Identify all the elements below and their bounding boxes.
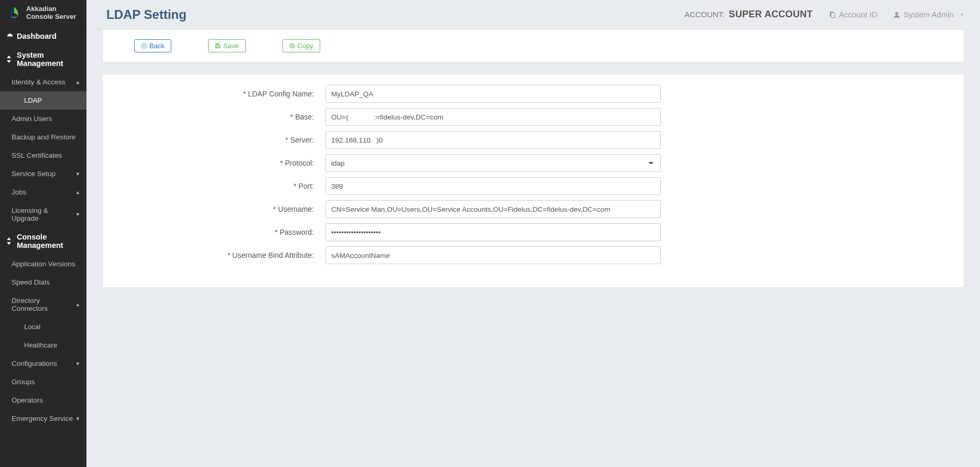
label-password: * Password: bbox=[134, 228, 325, 236]
nav-app-versions-label: Application Versions bbox=[12, 260, 75, 268]
input-password[interactable] bbox=[325, 223, 661, 241]
copy-button[interactable]: Copy bbox=[282, 39, 320, 52]
content: Back Save Copy * LDAP Conf bbox=[86, 29, 980, 309]
nav-ldap-label: LDAP bbox=[24, 96, 42, 104]
form-panel: * LDAP Config Name: * Base: * Server: * … bbox=[102, 74, 964, 288]
svg-rect-6 bbox=[290, 44, 293, 47]
nav-healthcare-label: Healthcare bbox=[24, 341, 57, 349]
caret-down-icon: ▼ bbox=[75, 416, 80, 421]
nav-groups-label: Groups bbox=[12, 378, 35, 386]
input-username[interactable] bbox=[325, 200, 661, 218]
user-icon bbox=[893, 11, 900, 18]
nav-local-label: Local bbox=[24, 323, 40, 331]
label-protocol: * Protocol: bbox=[134, 159, 325, 167]
brand-line2: Console Server bbox=[26, 13, 76, 21]
nav-configurations[interactable]: Configurations ▼ bbox=[0, 354, 86, 373]
back-button-label: Back bbox=[149, 42, 165, 50]
topbar: LDAP Setting ACCOUNT: SUPER ACCOUNT Acco… bbox=[86, 0, 980, 29]
caret-down-icon: ▼ bbox=[75, 212, 80, 217]
nav-operators[interactable]: Operators bbox=[0, 391, 86, 409]
svg-rect-7 bbox=[291, 45, 294, 48]
select-protocol[interactable]: ldap bbox=[325, 154, 661, 172]
nav-speed-dials[interactable]: Speed Dials bbox=[0, 273, 86, 291]
nav-ssl-certs[interactable]: SSL Certificates bbox=[0, 146, 86, 165]
row-config-name: * LDAP Config Name: bbox=[134, 85, 932, 103]
sidebar: Akkadian Console Server Dashboard System… bbox=[0, 0, 86, 467]
input-server[interactable] bbox=[325, 131, 661, 149]
nav-ldap[interactable]: LDAP bbox=[0, 91, 86, 110]
updown-icon bbox=[6, 56, 14, 63]
dashboard-icon bbox=[6, 32, 14, 40]
row-protocol: * Protocol: ldap bbox=[134, 154, 932, 172]
back-arrow-icon bbox=[141, 43, 147, 49]
input-port[interactable] bbox=[325, 177, 661, 195]
account-id-label: Account ID bbox=[839, 10, 877, 19]
svg-rect-1 bbox=[831, 13, 834, 17]
row-port: * Port: bbox=[134, 177, 932, 195]
nav-jobs[interactable]: Jobs ▲ bbox=[0, 183, 86, 201]
nav-admin-users[interactable]: Admin Users bbox=[0, 110, 86, 128]
nav-identity-access[interactable]: Identity & Access ▲ bbox=[0, 73, 86, 91]
account-name: SUPER ACCOUNT bbox=[729, 9, 813, 20]
row-password: * Password: bbox=[134, 223, 932, 241]
save-icon bbox=[215, 43, 221, 49]
caret-up-icon: ▲ bbox=[75, 190, 80, 195]
nav-licensing[interactable]: Licensing & Upgrade ▼ bbox=[0, 201, 86, 227]
input-config-name[interactable] bbox=[325, 85, 661, 103]
toolbar-panel: Back Save Copy bbox=[102, 29, 964, 62]
save-button-label: Save bbox=[223, 42, 239, 50]
nav-jobs-label: Jobs bbox=[12, 188, 73, 196]
nav-system-management-label: System Management bbox=[17, 51, 80, 68]
nav-identity-access-label: Identity & Access bbox=[12, 78, 73, 86]
save-button[interactable]: Save bbox=[208, 39, 246, 52]
nav-console-management[interactable]: Console Management bbox=[0, 227, 86, 255]
nav-dir-connectors[interactable]: Directory Connectors ▲ bbox=[0, 291, 86, 318]
nav-ssl-certs-label: SSL Certificates bbox=[12, 151, 62, 159]
nav-emergency-label: Emergency Service bbox=[12, 415, 73, 422]
nav-emergency[interactable]: Emergency Service ▼ bbox=[0, 409, 86, 428]
nav-service-setup[interactable]: Service Setup ▼ bbox=[0, 165, 86, 183]
back-button[interactable]: Back bbox=[134, 39, 171, 52]
label-server: * Server: bbox=[134, 136, 325, 144]
nav-speed-dials-label: Speed Dials bbox=[12, 278, 50, 286]
account-display: ACCOUNT: SUPER ACCOUNT bbox=[684, 9, 813, 20]
caret-up-icon: ▲ bbox=[75, 80, 80, 85]
page-title: LDAP Setting bbox=[106, 7, 187, 22]
nav-app-versions[interactable]: Application Versions bbox=[0, 255, 86, 273]
copy-icon bbox=[289, 43, 295, 49]
row-username: * Username: bbox=[134, 200, 932, 218]
nav-console-management-label: Console Management bbox=[17, 233, 80, 249]
nav-local[interactable]: Local bbox=[0, 318, 86, 336]
nav-dashboard-label: Dashboard bbox=[17, 32, 57, 40]
copy-icon bbox=[829, 11, 836, 18]
updown-icon bbox=[6, 237, 14, 245]
nav-configurations-label: Configurations bbox=[12, 360, 73, 367]
nav-groups[interactable]: Groups bbox=[0, 373, 86, 391]
account-label: ACCOUNT: bbox=[684, 10, 725, 19]
row-base: * Base: bbox=[134, 108, 932, 126]
label-base: * Base: bbox=[134, 113, 325, 121]
account-id-link[interactable]: Account ID bbox=[829, 10, 877, 19]
caret-down-icon: ▼ bbox=[75, 171, 80, 177]
brand-logo-icon bbox=[6, 5, 22, 21]
nav-operators-label: Operators bbox=[12, 396, 43, 404]
copy-button-label: Copy bbox=[298, 42, 313, 50]
nav-system-management[interactable]: System Management bbox=[0, 46, 86, 73]
user-menu[interactable]: System Admin ▼ bbox=[893, 10, 964, 19]
topbar-right: ACCOUNT: SUPER ACCOUNT Account ID System… bbox=[684, 9, 964, 20]
brand: Akkadian Console Server bbox=[0, 0, 86, 27]
brand-text: Akkadian Console Server bbox=[26, 5, 76, 21]
row-server: * Server: bbox=[134, 131, 932, 149]
nav-backup-restore[interactable]: Backup and Restore bbox=[0, 128, 86, 146]
svg-rect-4 bbox=[216, 44, 219, 45]
input-base[interactable] bbox=[325, 108, 661, 126]
nav-healthcare[interactable]: Healthcare bbox=[0, 336, 86, 354]
label-config-name: * LDAP Config Name: bbox=[134, 90, 325, 98]
caret-down-icon: ▼ bbox=[960, 12, 964, 17]
button-row: Back Save Copy bbox=[134, 39, 932, 52]
input-bind-attr[interactable] bbox=[325, 246, 661, 264]
caret-down-icon: ▼ bbox=[75, 361, 80, 366]
nav-dashboard[interactable]: Dashboard bbox=[0, 27, 86, 46]
nav-dir-connectors-label: Directory Connectors bbox=[12, 297, 73, 312]
svg-point-2 bbox=[895, 12, 898, 15]
